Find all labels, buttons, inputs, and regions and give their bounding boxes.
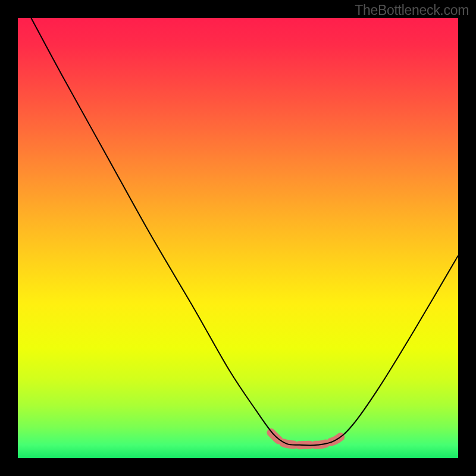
chart-gradient-background: [18, 18, 458, 458]
attribution-watermark: TheBottleneck.com: [355, 2, 469, 18]
bottleneck-chart: [0, 0, 476, 476]
